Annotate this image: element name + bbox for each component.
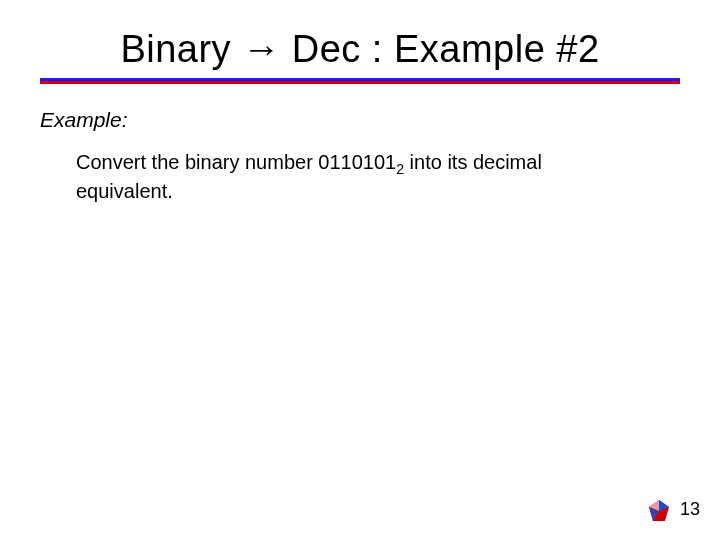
body-prefix: Convert the binary number xyxy=(76,151,318,173)
logo-icon xyxy=(646,498,672,524)
page-title: Binary → Dec : Example #2 xyxy=(0,28,720,71)
title-underline xyxy=(40,78,680,84)
example-heading: Example: xyxy=(40,108,128,132)
body-number: 0110101 xyxy=(318,151,396,173)
example-body: Convert the binary number 01101012 into … xyxy=(76,150,626,204)
slide: Binary → Dec : Example #2 Example: Conve… xyxy=(0,0,720,540)
underline-red xyxy=(40,81,680,84)
page-number: 13 xyxy=(680,499,700,520)
body-subscript: 2 xyxy=(396,161,404,177)
